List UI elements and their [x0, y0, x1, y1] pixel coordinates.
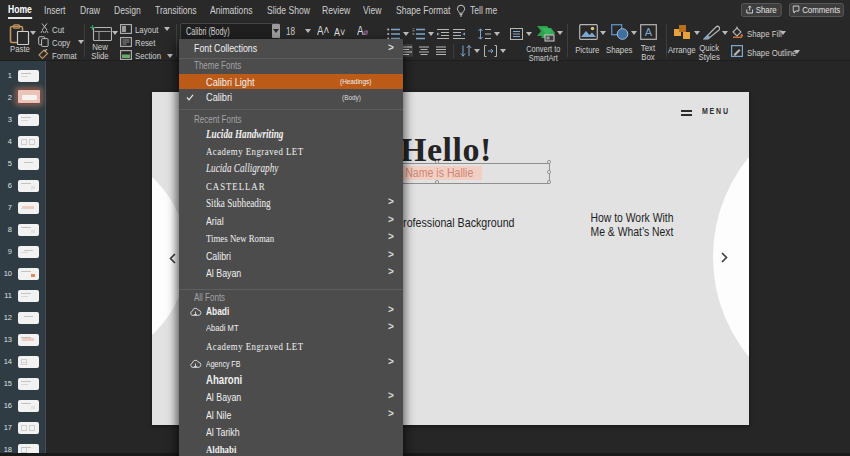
svg-text:A: A: [645, 26, 653, 38]
